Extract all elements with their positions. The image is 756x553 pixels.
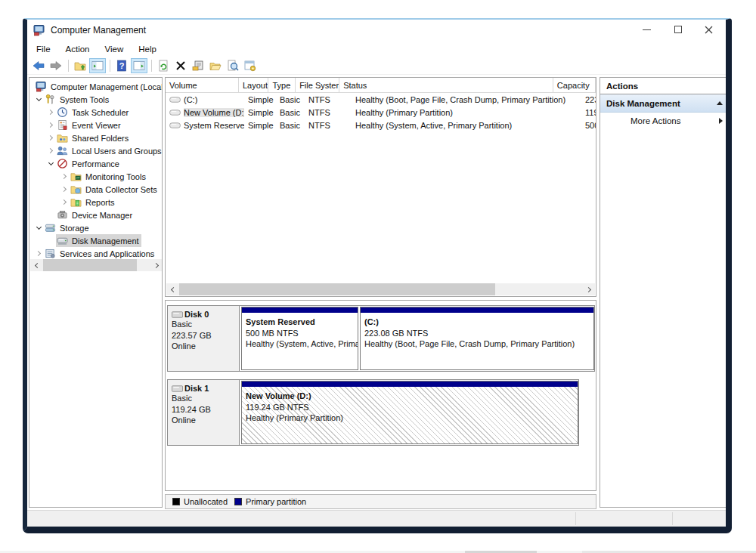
legend-label: Primary partition <box>246 497 306 506</box>
tree-item-storage[interactable]: Storage <box>29 221 162 234</box>
chevron-right-icon[interactable] <box>60 200 70 204</box>
tree-item-label: Event Viewer <box>72 121 121 130</box>
scroll-right-button[interactable] <box>583 283 595 295</box>
column-header-capacity[interactable]: Capacity <box>553 78 596 92</box>
tree-item-event-viewer[interactable]: Event Viewer <box>29 119 162 131</box>
tree-item-label: Disk Management <box>72 236 139 246</box>
chevron-right-icon[interactable] <box>46 136 56 140</box>
column-header-layout[interactable]: Layout <box>239 78 268 92</box>
properties-button[interactable] <box>190 58 206 73</box>
scroll-right-button[interactable] <box>150 259 163 271</box>
partition-size: 223.08 GB NTFS <box>364 328 593 339</box>
disk-management-icon <box>57 235 68 246</box>
toolbar-separator <box>110 60 110 72</box>
volume-row-c[interactable]: (C:) Simple Basic NTFS Healthy (Boot, Pa… <box>166 93 596 106</box>
volume-row-d[interactable]: New Volume (D:) Simple Basic NTFS Health… <box>166 106 596 119</box>
help-button[interactable]: ? <box>113 58 130 73</box>
partition-name: (C:) <box>364 317 593 328</box>
menu-action[interactable]: Action <box>58 42 98 56</box>
chevron-right-icon[interactable] <box>46 123 56 127</box>
open-button[interactable] <box>207 58 224 73</box>
up-one-level-button[interactable] <box>72 58 88 73</box>
chevron-down-icon[interactable] <box>34 227 44 229</box>
volume-fs: NTFS <box>305 95 352 104</box>
chevron-right-icon[interactable] <box>34 252 44 255</box>
menu-file[interactable]: File <box>29 42 58 56</box>
volume-list-horizontal-scrollbar[interactable] <box>166 283 595 295</box>
volume-type: Basic <box>276 121 305 130</box>
tree-item-system-tools[interactable]: System Tools <box>29 93 162 106</box>
menu-view[interactable]: View <box>98 42 132 56</box>
data-collector-sets-icon <box>70 184 82 195</box>
actions-group-disk-management[interactable]: Disk Management <box>600 94 726 113</box>
disk-1-label[interactable]: Disk 1 Basic 119.24 GB Online <box>168 380 240 445</box>
chevron-down-icon[interactable] <box>46 162 56 165</box>
volume-status: Healthy (Boot, Page File, Crash Dump, Pr… <box>352 95 581 104</box>
volume-name: System Reserved <box>184 121 244 130</box>
tree-item-monitoring-tools[interactable]: Monitoring Tools <box>29 170 162 183</box>
volume-layout: Simple <box>244 121 276 130</box>
delete-button[interactable] <box>172 58 189 73</box>
chevron-down-icon[interactable] <box>34 98 44 100</box>
forward-button[interactable] <box>48 58 64 73</box>
unallocated-swatch <box>172 498 180 505</box>
title-bar[interactable]: Computer Management <box>27 20 726 41</box>
tree-item-label: Computer Management (Local) <box>51 82 163 91</box>
partition-c[interactable]: (C:) 223.08 GB NTFS Healthy (Boot, Page … <box>360 307 594 370</box>
volume-status: Healthy (Primary Partition) <box>352 108 581 117</box>
chevron-right-icon[interactable] <box>60 187 70 191</box>
chevron-right-icon[interactable] <box>46 149 56 153</box>
search-icon <box>227 60 239 72</box>
volume-row-system-reserved[interactable]: System Reserved Simple Basic NTFS Health… <box>166 119 596 131</box>
chevron-right-icon[interactable] <box>46 110 56 114</box>
tree-item-task-scheduler[interactable]: Task Scheduler <box>29 106 162 119</box>
legend-primary-partition: Primary partition <box>234 497 306 506</box>
column-header-status[interactable]: Status <box>339 78 553 92</box>
menu-help[interactable]: Help <box>131 42 164 56</box>
monitoring-tools-icon <box>70 171 82 182</box>
tree-item-device-manager[interactable]: Device Manager <box>29 209 162 221</box>
back-button[interactable] <box>30 58 47 73</box>
disk-0-label[interactable]: Disk 0 Basic 223.57 GB Online <box>168 306 240 371</box>
volume-status: Healthy (System, Active, Primary Partiti… <box>352 121 581 130</box>
tree-item-label: Data Collector Sets <box>85 185 157 194</box>
maximize-button[interactable] <box>665 20 691 39</box>
close-button[interactable] <box>696 20 721 39</box>
more-actions-item[interactable]: More Actions <box>600 113 726 129</box>
scrollbar-thumb[interactable] <box>179 283 495 295</box>
tree-item-shared-folders[interactable]: Shared Folders <box>29 131 162 144</box>
tree-item-performance[interactable]: Performance <box>29 157 162 170</box>
console-tree-icon <box>91 60 104 72</box>
task-scheduler-icon <box>57 107 68 118</box>
tree-horizontal-scrollbar[interactable] <box>30 259 163 271</box>
chevron-right-icon[interactable] <box>60 175 70 178</box>
show-console-tree-button[interactable] <box>89 58 106 73</box>
search-button[interactable] <box>225 58 241 73</box>
scrollbar-thumb[interactable] <box>43 259 137 271</box>
column-header-volume[interactable]: Volume <box>166 78 239 92</box>
column-header-type[interactable]: Type <box>268 78 296 92</box>
volume-fs: NTFS <box>305 108 352 117</box>
toolbar-separator <box>68 60 69 72</box>
event-viewer-icon <box>57 119 68 131</box>
tree-item-services-and-applications[interactable]: Services and Applications <box>29 247 162 260</box>
refresh-button[interactable] <box>155 58 172 73</box>
legend-label: Unallocated <box>184 497 228 506</box>
tree-item-local-users-and-groups[interactable]: Local Users and Groups <box>29 144 162 157</box>
column-header-file-system[interactable]: File System <box>296 78 339 92</box>
window-title: Computer Management <box>51 25 146 36</box>
collapse-up-icon[interactable] <box>717 101 723 105</box>
tree-item-reports[interactable]: Reports <box>29 196 162 209</box>
tree-item-computer-management[interactable]: Computer Management (Local) <box>29 80 162 93</box>
partition-system-reserved[interactable]: System Reserved 500 MB NTFS Healthy (Sys… <box>241 307 358 370</box>
tree-item-disk-management[interactable]: Disk Management <box>29 234 162 247</box>
manage-console-button[interactable] <box>242 58 259 73</box>
up-folder-icon <box>74 60 86 72</box>
partition-new-volume-d[interactable]: New Volume (D:) 119.24 GB NTFS Healthy (… <box>241 381 578 444</box>
minimize-button[interactable] <box>634 20 659 39</box>
scroll-left-button[interactable] <box>166 283 178 295</box>
scroll-left-button[interactable] <box>30 259 42 271</box>
tree-item-data-collector-sets[interactable]: Data Collector Sets <box>29 183 162 196</box>
properties-icon <box>192 60 204 72</box>
show-action-pane-button[interactable] <box>131 58 147 73</box>
